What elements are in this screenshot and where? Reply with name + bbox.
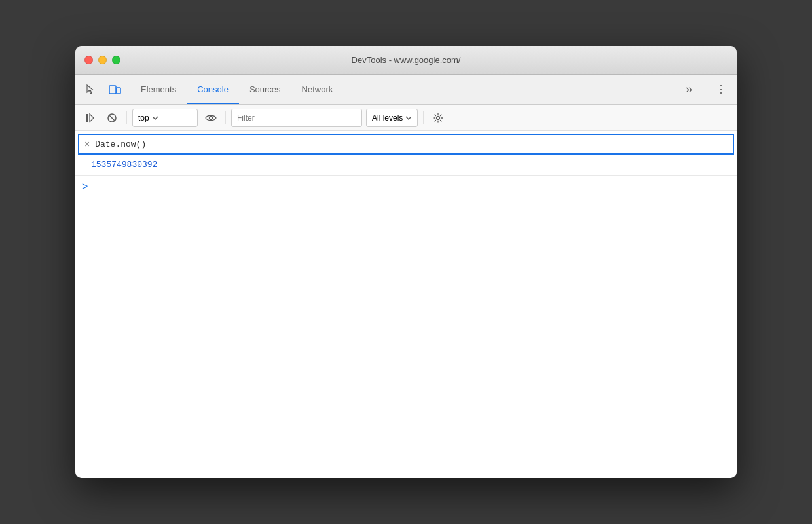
cursor-icon — [85, 84, 97, 96]
settings-button[interactable] — [429, 109, 447, 127]
devtools-window: DevTools - www.google.com/ Elements — [75, 46, 737, 478]
traffic-lights — [84, 56, 120, 64]
tab-elements[interactable]: Elements — [130, 75, 187, 104]
command-input-row[interactable]: × Date.now() — [78, 134, 734, 155]
svg-point-7 — [437, 116, 440, 119]
tab-toolbar: Elements Console Sources Network » ⋮ — [75, 75, 737, 105]
clear-console-button[interactable] — [103, 109, 121, 127]
live-expressions-button[interactable] — [202, 109, 220, 127]
device-toolbar-button[interactable] — [104, 79, 125, 100]
prompt-row: > — [75, 176, 737, 198]
log-level-selector[interactable]: All levels — [366, 109, 418, 127]
toolbar-divider — [705, 82, 705, 98]
toolbar-separator-1 — [126, 111, 127, 124]
minimize-button[interactable] — [98, 56, 107, 64]
tab-list: Elements Console Sources Network — [130, 75, 678, 104]
window-title: DevTools - www.google.com/ — [352, 55, 461, 65]
tab-console[interactable]: Console — [187, 75, 239, 104]
svg-rect-1 — [117, 88, 120, 94]
maximize-button[interactable] — [112, 56, 120, 64]
play-icon — [84, 113, 95, 123]
command-text: Date.now() — [95, 140, 728, 149]
svg-rect-0 — [109, 86, 116, 94]
eye-icon — [205, 114, 217, 122]
svg-rect-2 — [86, 114, 88, 122]
kebab-menu-button[interactable]: ⋮ — [710, 79, 731, 100]
toolbar-right: » ⋮ — [678, 79, 731, 100]
svg-marker-3 — [90, 114, 94, 122]
inspect-element-button[interactable] — [81, 79, 101, 100]
title-bar: DevTools - www.google.com/ — [75, 46, 737, 75]
console-main: × Date.now() 1535749830392 > — [75, 131, 737, 478]
command-close-button[interactable]: × — [84, 139, 90, 149]
more-tabs-button[interactable]: » — [678, 79, 699, 100]
toolbar-icons — [81, 79, 125, 100]
command-result-row: 1535749830392 — [75, 157, 737, 175]
device-icon — [108, 84, 121, 96]
command-entry: × Date.now() 1535749830392 — [75, 131, 737, 176]
filter-input[interactable] — [231, 109, 362, 127]
tab-sources[interactable]: Sources — [239, 75, 291, 104]
log-level-arrow-icon — [405, 116, 412, 120]
tab-network[interactable]: Network — [291, 75, 344, 104]
toolbar-separator-2 — [225, 111, 226, 124]
context-selector[interactable]: top — [132, 109, 198, 127]
toolbar-separator-3 — [423, 111, 424, 124]
close-button[interactable] — [84, 56, 93, 64]
dropdown-arrow-icon — [152, 116, 158, 120]
command-result-value: 1535749830392 — [91, 160, 157, 170]
console-toolbar: top All levels — [75, 105, 737, 131]
block-icon — [107, 113, 117, 123]
console-input[interactable] — [92, 182, 730, 192]
prompt-chevron: > — [82, 181, 88, 193]
execute-script-button[interactable] — [81, 109, 99, 127]
svg-line-5 — [109, 115, 115, 121]
svg-point-6 — [210, 116, 213, 119]
gear-icon — [433, 113, 443, 123]
